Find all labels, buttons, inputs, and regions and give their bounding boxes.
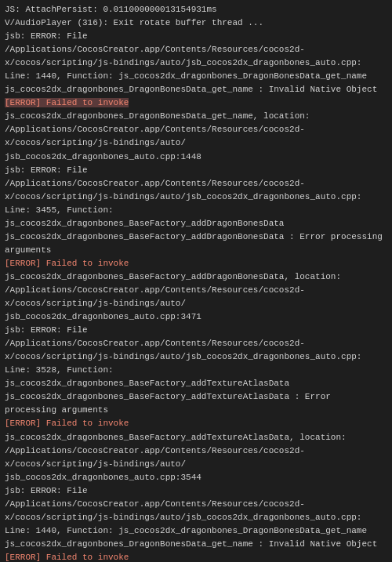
console-output: JS: AttachPersist: 0.011000000013154931m… bbox=[0, 0, 392, 562]
log-line: jsb: ERROR: File /Applications/CocosCrea… bbox=[5, 30, 387, 83]
log-line: [ERROR] Failed to invoke bbox=[5, 257, 387, 270]
log-line: js_cocos2dx_dragonbones_BaseFactory_addD… bbox=[5, 270, 387, 324]
log-line: jsb: ERROR: File /Applications/CocosCrea… bbox=[5, 484, 387, 538]
log-line: [ERROR] Failed to invoke bbox=[5, 551, 387, 562]
log-line: js_cocos2dx_dragonbones_BaseFactory_addT… bbox=[5, 431, 387, 484]
log-line: V/AudioPlayer (316): Exit rotate buffer … bbox=[5, 16, 387, 30]
log-line: js_cocos2dx_dragonbones_DragonBonesData_… bbox=[5, 110, 387, 163]
log-line: [ERROR] Failed to invoke bbox=[5, 417, 387, 430]
log-line: JS: AttachPersist: 0.011000000013154931m… bbox=[5, 3, 387, 16]
log-line: jsb: ERROR: File /Applications/CocosCrea… bbox=[5, 324, 387, 390]
log-line: js_cocos2dx_dragonbones_DragonBonesData_… bbox=[5, 83, 387, 96]
log-line: js_cocos2dx_dragonbones_DragonBonesData_… bbox=[5, 538, 387, 551]
log-line: [ERROR] Failed to invoke bbox=[5, 96, 387, 110]
log-line: js_cocos2dx_dragonbones_BaseFactory_addT… bbox=[5, 390, 387, 417]
log-line: jsb: ERROR: File /Applications/CocosCrea… bbox=[5, 164, 387, 230]
log-line: js_cocos2dx_dragonbones_BaseFactory_addD… bbox=[5, 230, 387, 257]
